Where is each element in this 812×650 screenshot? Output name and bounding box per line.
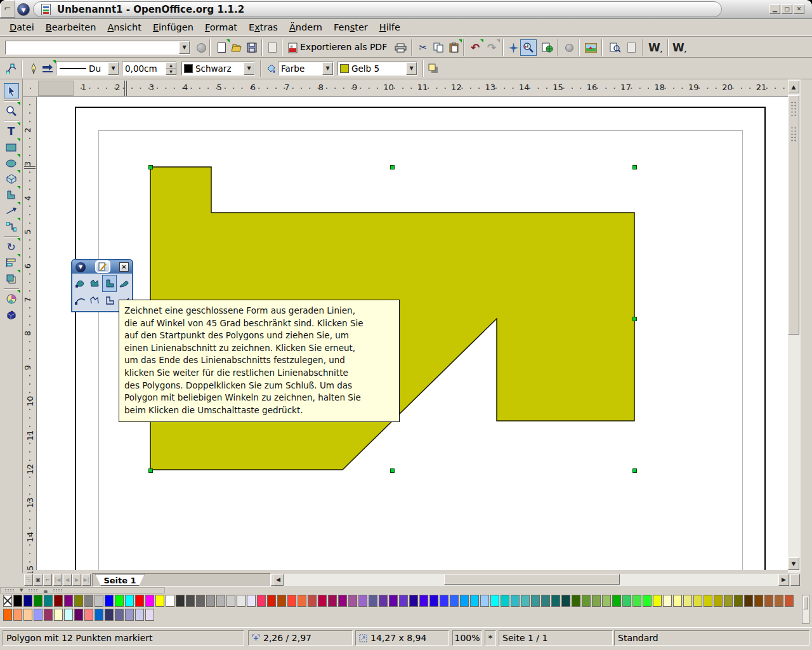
color-swatch[interactable] <box>64 609 73 621</box>
color-swatch[interactable] <box>216 595 225 607</box>
page-tab[interactable]: Seite 1 <box>95 574 145 586</box>
title-bar[interactable]: ▼ Unbenannt1 - OpenOffice.org 1.1.2 ▁ ▢ … <box>0 0 812 19</box>
color-swatch[interactable] <box>247 595 256 607</box>
color-swatch[interactable] <box>653 595 662 607</box>
color-swatch[interactable] <box>74 609 83 621</box>
horizontal-scroll-thumb[interactable] <box>444 574 620 585</box>
ruler-margin-mark[interactable] <box>124 81 127 96</box>
color-swatch[interactable] <box>673 595 682 607</box>
polygon-45-tool-item[interactable] <box>102 292 117 309</box>
cut-button[interactable]: ✂ <box>416 41 430 55</box>
color-swatch[interactable] <box>511 595 520 607</box>
maximize-button[interactable]: ▢ <box>782 4 792 14</box>
3d-controller-tool[interactable] <box>4 307 19 322</box>
color-swatch[interactable] <box>226 595 235 607</box>
color-swatch[interactable] <box>206 595 215 607</box>
color-swatch[interactable] <box>744 595 753 607</box>
color-swatch[interactable] <box>44 609 53 621</box>
color-swatch[interactable] <box>54 609 63 621</box>
menu-item[interactable]: Hilfe <box>374 20 406 34</box>
color-swatch[interactable] <box>308 595 317 607</box>
color-swatch[interactable] <box>176 595 185 607</box>
color-swatch[interactable] <box>358 595 367 607</box>
pdf-export-label[interactable]: Exportieren als PDF <box>300 42 387 52</box>
status-size[interactable]: 14,27 x 8,94 <box>355 630 449 646</box>
print-button[interactable] <box>393 41 407 55</box>
menu-item[interactable]: Datei <box>4 20 40 34</box>
color-swatch[interactable] <box>34 595 43 607</box>
color-swatch[interactable] <box>399 595 408 607</box>
menu-item[interactable]: Ändern <box>284 20 328 34</box>
scroll-down-icon[interactable]: ▼ <box>788 557 799 570</box>
fill-type-dropdown-icon[interactable]: ▼ <box>322 62 333 75</box>
menu-item[interactable]: Bearbeiten <box>40 20 102 34</box>
color-swatch[interactable] <box>389 595 398 607</box>
color-swatch[interactable] <box>693 595 702 607</box>
color-bar-scroll-thumb[interactable] <box>803 597 808 609</box>
color-swatch[interactable] <box>338 595 347 607</box>
color-swatch[interactable] <box>429 595 438 607</box>
layer-controls-button[interactable]: ▣ <box>34 574 43 586</box>
color-swatch[interactable] <box>105 595 114 607</box>
color-swatch[interactable] <box>95 595 103 607</box>
curve-filled-tool[interactable] <box>73 275 88 292</box>
paste-button[interactable] <box>447 41 461 55</box>
status-zoom[interactable]: 100% <box>452 630 482 646</box>
ellipse-tool[interactable] <box>4 156 19 171</box>
freeform-filled-tool[interactable] <box>117 275 131 292</box>
color-swatch[interactable] <box>764 595 773 607</box>
color-swatch[interactable] <box>775 595 783 607</box>
horizontal-ruler[interactable]: 123456789101112131415161718192021 <box>23 79 788 97</box>
select-tool[interactable] <box>4 83 19 98</box>
color-swatch[interactable] <box>267 595 276 607</box>
fill-type-select[interactable]: Farbe ▼ <box>278 62 334 76</box>
color-swatch[interactable] <box>115 609 124 621</box>
color-swatch[interactable] <box>785 595 794 607</box>
url-combobox[interactable]: ▼ <box>5 41 190 55</box>
color-swatch[interactable] <box>186 595 195 607</box>
color-swatch[interactable] <box>44 595 53 607</box>
color-swatch[interactable] <box>369 595 377 607</box>
edit-points-button[interactable] <box>5 62 19 76</box>
color-swatch[interactable] <box>724 595 733 607</box>
fill-dialog-icon[interactable] <box>264 62 278 76</box>
undo-button[interactable]: ↶ <box>468 41 482 55</box>
menu-item[interactable]: Extras <box>243 20 284 34</box>
status-page[interactable]: Seite 1 / 1 <box>499 630 613 646</box>
url-dropdown-icon[interactable]: ▼ <box>179 41 190 54</box>
color-swatch[interactable] <box>440 595 449 607</box>
status-position[interactable]: 2,26 / 2,97 <box>248 630 353 646</box>
color-swatch[interactable] <box>166 595 174 607</box>
alignment-tool[interactable] <box>4 255 19 270</box>
curve-tool-item[interactable] <box>73 292 88 309</box>
ruler-origin-button[interactable]: ⌐ <box>0 0 15 18</box>
color-bar-handle[interactable]: ▼ ◛ <box>0 587 165 594</box>
fill-color-dropdown-icon[interactable]: ▼ <box>406 62 417 75</box>
color-swatch[interactable] <box>145 595 154 607</box>
zoom-tool[interactable] <box>4 103 19 119</box>
zoom-button[interactable] <box>520 39 537 56</box>
fill-color-select[interactable]: Gelb 5 ▼ <box>337 62 417 76</box>
ruler-margin-mark[interactable] <box>24 166 36 169</box>
color-swatch[interactable] <box>622 595 631 607</box>
selection-handle[interactable] <box>148 165 153 169</box>
first-page-icon[interactable]: |◀ <box>53 574 62 586</box>
selection-handle[interactable] <box>632 165 637 169</box>
color-swatch[interactable] <box>13 595 22 607</box>
line-color-dropdown-icon[interactable]: ▼ <box>244 62 254 75</box>
color-swatch[interactable] <box>663 595 672 607</box>
color-swatch[interactable] <box>480 595 489 607</box>
color-swatch[interactable] <box>135 609 144 621</box>
color-swatch[interactable] <box>3 595 12 607</box>
connector-tool[interactable] <box>4 219 19 234</box>
selection-handle[interactable] <box>390 468 395 473</box>
floating-toolbar-titlebar[interactable]: ▼ ✕ <box>72 260 132 274</box>
selection-handle[interactable] <box>632 468 637 473</box>
horizontal-scrollbar[interactable] <box>284 574 778 586</box>
layer-dimension-button[interactable]: ⌐ <box>43 574 52 586</box>
color-swatch[interactable] <box>13 609 22 621</box>
color-swatch[interactable] <box>561 595 570 607</box>
color-swatch[interactable] <box>409 595 418 607</box>
color-swatch[interactable] <box>196 595 205 607</box>
layer-layout-button[interactable]: ⿻ <box>24 574 33 586</box>
